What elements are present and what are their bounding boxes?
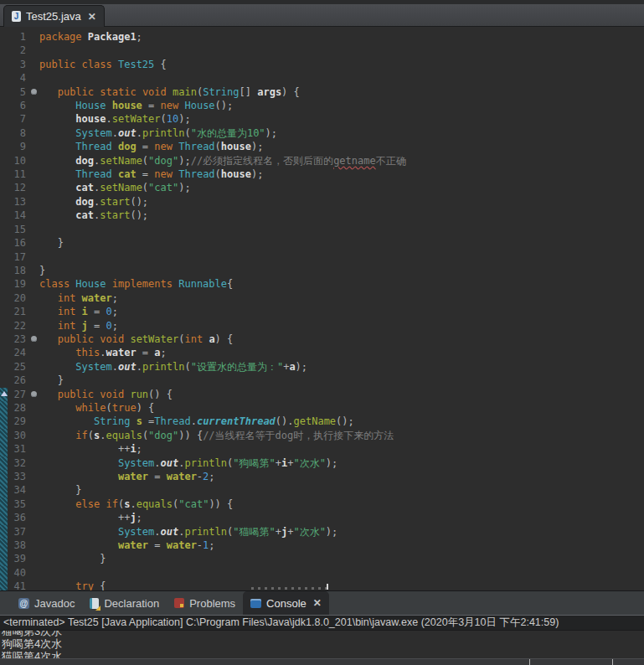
fold-column: [29, 44, 39, 57]
fold-marker-icon[interactable]: [31, 336, 37, 342]
console-output-line: 猫喝第4次水: [2, 650, 644, 658]
range-indicator: [0, 511, 8, 524]
annotation-ruler: [0, 71, 8, 85]
code-line: 22 int j = 0;: [0, 319, 644, 332]
fold-column: [29, 525, 39, 539]
code-text: House house = new House();: [39, 99, 644, 112]
code-line: 10 dog.setName("dog");//必须指定线程名，否则后面的get…: [0, 154, 644, 168]
fold-column: [29, 168, 39, 181]
annotation-ruler: [0, 264, 8, 277]
line-number: 38: [8, 539, 29, 552]
code-line: 18}: [0, 264, 644, 277]
code-text: try {: [39, 580, 644, 590]
fold-column: [29, 360, 39, 374]
code-text: [39, 44, 644, 57]
annotation-ruler: [0, 85, 8, 99]
code-text: cat.setName("cat");: [39, 181, 644, 194]
code-line: 31 ++i;: [0, 442, 644, 456]
line-number: 34: [8, 483, 29, 497]
code-text: Thread dog = new Thread(house);: [39, 140, 644, 153]
line-number: 23: [8, 332, 29, 346]
tab-declaration[interactable]: Declaration: [82, 591, 167, 615]
javadoc-icon: @: [18, 598, 29, 609]
fold-column: [29, 264, 39, 277]
range-indicator: [0, 470, 8, 483]
fold-marker-icon[interactable]: [31, 391, 37, 397]
code-text: public void run() {: [39, 388, 644, 401]
code-text: public void setWater(int a) {: [39, 332, 644, 346]
fold-column: [29, 223, 39, 236]
problems-icon: [174, 598, 184, 608]
line-number: 15: [8, 223, 29, 236]
code-text: [39, 223, 644, 236]
line-number: 8: [8, 126, 29, 140]
annotation-ruler: [0, 209, 8, 222]
line-number: 22: [8, 319, 29, 332]
line-number: 27: [8, 388, 29, 401]
fold-column: [29, 456, 39, 470]
code-line: 12 cat.setName("cat");: [0, 181, 644, 194]
code-text: System.out.println("猫喝第"+j+"次水");: [39, 525, 644, 539]
fold-column: [29, 511, 39, 524]
annotation-ruler: [0, 140, 8, 153]
range-indicator: [0, 566, 8, 580]
close-icon[interactable]: ✕: [313, 598, 322, 608]
tab-problems[interactable]: Problems: [167, 591, 243, 615]
line-number: 13: [8, 195, 29, 209]
scrollbar-tick: [529, 659, 530, 665]
line-number: 11: [8, 168, 29, 181]
fold-column: [29, 497, 39, 511]
code-editor[interactable]: 1package Package1;23public class Test25 …: [0, 27, 644, 590]
code-text: [39, 566, 644, 580]
code-line: 26 }: [0, 374, 644, 387]
fold-column: [29, 429, 39, 442]
annotation-ruler: [0, 319, 8, 332]
line-number: 10: [8, 154, 29, 168]
console-output[interactable]: 猫喝第3次水 狗喝第4次水 猫喝第4次水: [0, 631, 644, 658]
fold-column: [29, 442, 39, 456]
annotation-ruler: [0, 236, 8, 250]
tab-console-label: Console: [266, 597, 307, 610]
code-text: class House implements Runnable{: [39, 277, 644, 291]
code-line: 33 water = water-2;: [0, 470, 644, 483]
java-file-icon: J: [12, 11, 21, 22]
code-line: 38 water = water-1;: [0, 539, 644, 552]
fold-column: [29, 552, 39, 565]
tab-console[interactable]: Console ✕: [243, 591, 329, 615]
code-text: [39, 71, 644, 85]
range-indicator: [0, 442, 8, 456]
bottom-panel-tab-bar: @ Javadoc Declaration Problems Console ✕: [0, 590, 644, 616]
code-line: 34 }: [0, 483, 644, 497]
line-number: 1: [8, 30, 29, 44]
annotation-ruler: [0, 112, 8, 126]
line-number: 28: [8, 401, 29, 415]
line-number: 6: [8, 99, 29, 112]
line-number: 32: [8, 456, 29, 470]
fold-column: [29, 580, 39, 590]
code-line: 40: [0, 566, 644, 580]
code-text: int i = 0;: [39, 305, 644, 318]
console-icon: [250, 599, 261, 608]
code-text: Thread cat = new Thread(house);: [39, 168, 644, 181]
annotation-ruler: [0, 291, 8, 305]
fold-column: [29, 388, 39, 401]
annotation-ruler: [0, 154, 8, 168]
tab-javadoc[interactable]: @ Javadoc: [11, 591, 82, 615]
line-number: 29: [8, 415, 29, 428]
line-number: 20: [8, 291, 29, 305]
code-line: 8 System.out.println("水的总量为10");: [0, 126, 644, 140]
fold-column: [29, 71, 39, 85]
scrollbar-tick: [612, 659, 613, 665]
code-text: System.out.println("水的总量为10");: [39, 126, 644, 140]
code-text: dog.setName("dog");//必须指定线程名，否则后面的getnam…: [39, 154, 644, 168]
code-line: 28 while(true) {: [0, 401, 644, 415]
bottom-scrollbar[interactable]: [0, 658, 644, 665]
code-text: String s =Thread.currentThread().getName…: [39, 415, 644, 428]
annotation-ruler: [0, 44, 8, 57]
line-number: 19: [8, 277, 29, 291]
fold-marker-icon[interactable]: [31, 89, 37, 95]
annotation-ruler: [0, 99, 8, 112]
close-icon[interactable]: ✕: [88, 12, 96, 22]
editor-tab-test25[interactable]: J Test25.java ✕: [3, 5, 105, 27]
tab-problems-label: Problems: [189, 597, 235, 610]
